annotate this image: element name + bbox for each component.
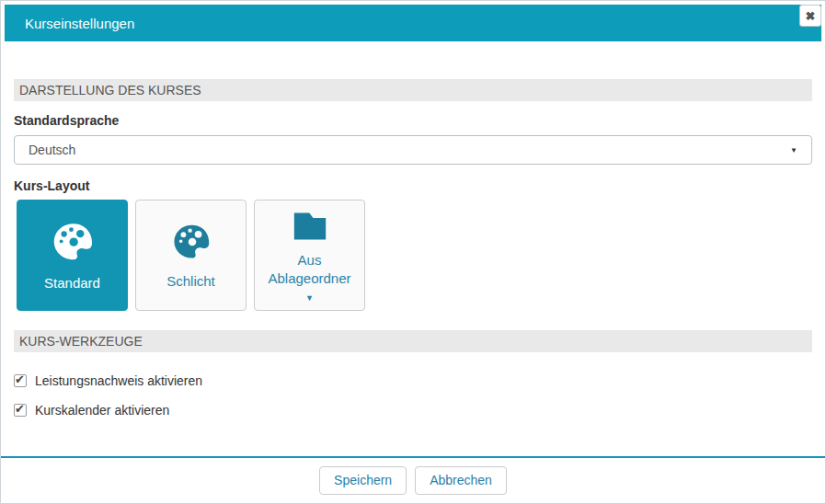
cancel-button[interactable]: Abbrechen (415, 466, 507, 494)
dialog-footer: Speichern Abbrechen (1, 456, 825, 503)
folder-icon (290, 208, 330, 245)
checkbox-label: Kurskalender aktivieren (35, 403, 169, 418)
checkbox-label: Leistungsnachweis aktivieren (35, 373, 202, 388)
palette-icon (171, 221, 212, 261)
caret-down-icon: ▼ (305, 294, 314, 303)
dialog-body: DARSTELLUNG DES KURSES Standardsprache D… (1, 41, 825, 418)
section-header-darstellung: DARSTELLUNG DES KURSES (14, 79, 812, 101)
language-selected-value: Deutsch (29, 143, 75, 157)
layout-option-label: Schlicht (166, 272, 215, 291)
layout-options: Standard Schlicht (17, 200, 812, 311)
dropdown-arrow-icon: ▼ (790, 146, 797, 155)
layout-option-label: Standard (44, 274, 100, 292)
layout-option-standard[interactable]: Standard (17, 200, 128, 311)
checkbox-row-leistungsnachweis[interactable]: Leistungsnachweis aktivieren (14, 373, 812, 388)
palette-icon (51, 219, 95, 263)
course-settings-dialog: Kurseinstellungen ✖ DARSTELLUNG DES KURS… (0, 0, 826, 504)
close-button[interactable]: ✖ (799, 5, 821, 27)
layout-label: Kurs-Layout (14, 178, 812, 193)
close-icon: ✖ (806, 10, 816, 22)
language-label: Standardsprache (14, 113, 812, 128)
section-header-werkzeuge: KURS-WERKZEUGE (14, 330, 812, 352)
layout-option-label: Aus Ablageordner (260, 251, 359, 287)
leistungsnachweis-checkbox[interactable] (14, 374, 27, 387)
kurskalender-checkbox[interactable] (14, 404, 27, 417)
checkbox-row-kurskalender[interactable]: Kurskalender aktivieren (14, 403, 812, 418)
language-select[interactable]: Deutsch ▼ (14, 135, 812, 165)
layout-option-ablageordner[interactable]: Aus Ablageordner ▼ (254, 200, 365, 311)
save-button[interactable]: Speichern (319, 466, 407, 494)
dialog-header: Kurseinstellungen (5, 5, 821, 41)
layout-option-schlicht[interactable]: Schlicht (135, 200, 247, 311)
dialog-title: Kurseinstellungen (25, 16, 134, 31)
